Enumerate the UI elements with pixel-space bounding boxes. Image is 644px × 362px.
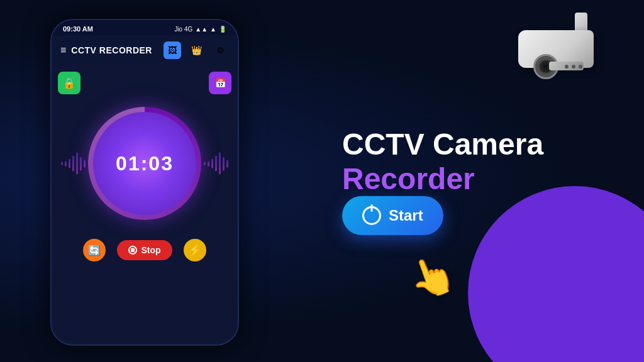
- heading-purple-text: Recorder: [342, 162, 475, 195]
- signal-icon: ▲▲: [195, 26, 208, 33]
- heading-line2: Recorder: [342, 162, 606, 196]
- heading-line1: CCTV Camera: [342, 127, 606, 162]
- settings-button[interactable]: ⚙: [211, 41, 229, 59]
- crown-button[interactable]: 👑: [187, 41, 205, 59]
- app-title: CCTV RECORDER: [71, 45, 152, 55]
- app-title-group: ≡ CCTV RECORDER: [60, 45, 152, 55]
- camera-lock-button[interactable]: 🔒: [58, 72, 80, 94]
- header-icons: 🖼 👑 ⚙: [164, 41, 229, 59]
- flash-button[interactable]: ⚡: [184, 239, 206, 261]
- status-time: 09:30 AM: [63, 25, 93, 33]
- stop-icon: [128, 246, 137, 255]
- sound-wave-right: [204, 153, 228, 175]
- hamburger-icon[interactable]: ≡: [60, 45, 66, 55]
- timer-circle: 01:03: [88, 107, 201, 220]
- start-label: Start: [389, 207, 423, 224]
- battery-icon: 🔋: [219, 26, 226, 33]
- bottom-controls: 🔄 Stop ⚡: [58, 239, 231, 261]
- crown-icon: 👑: [191, 45, 202, 55]
- gallery-icon: 🖼: [168, 45, 177, 55]
- lightning-icon: ⚡: [188, 243, 202, 257]
- heading-white-text: CCTV Camera: [342, 128, 543, 161]
- settings-icon: ⚙: [216, 45, 225, 55]
- timer-area: 01:03: [58, 107, 231, 220]
- rotate-icon: 🔄: [88, 244, 101, 256]
- lock-icon: 🔒: [63, 77, 75, 89]
- status-bar: 09:30 AM Jio 4G ▲▲ ▲ 🔋: [52, 20, 238, 35]
- status-icons: Jio 4G ▲▲ ▲ 🔋: [174, 26, 226, 33]
- top-actions: 🔒 📅: [58, 72, 231, 94]
- phone-mockup: 09:30 AM Jio 4G ▲▲ ▲ 🔋 ≡ CCTV RECORDER 🖼…: [50, 19, 239, 346]
- stop-button[interactable]: Stop: [117, 240, 172, 260]
- schedule-button[interactable]: 📅: [209, 72, 231, 94]
- power-icon: [362, 206, 381, 225]
- gallery-button[interactable]: 🖼: [164, 41, 181, 59]
- stop-label: Stop: [141, 245, 160, 255]
- timer-display: 01:03: [116, 152, 174, 175]
- schedule-icon: 📅: [215, 78, 226, 88]
- carrier-label: Jio 4G: [174, 26, 192, 33]
- sound-wave-left: [61, 153, 86, 175]
- phone-body: 🔒 📅 01:03: [52, 65, 238, 339]
- right-content: CCTV Camera Recorder Start 👆: [304, 0, 619, 362]
- wifi-icon: ▲: [210, 26, 216, 33]
- rotate-button[interactable]: 🔄: [83, 239, 106, 261]
- start-button[interactable]: Start: [342, 196, 443, 235]
- timer-inner: 01:03: [93, 112, 196, 215]
- hand-cursor-decoration: 👆: [402, 248, 462, 305]
- app-header: ≡ CCTV RECORDER 🖼 👑 ⚙: [52, 35, 238, 65]
